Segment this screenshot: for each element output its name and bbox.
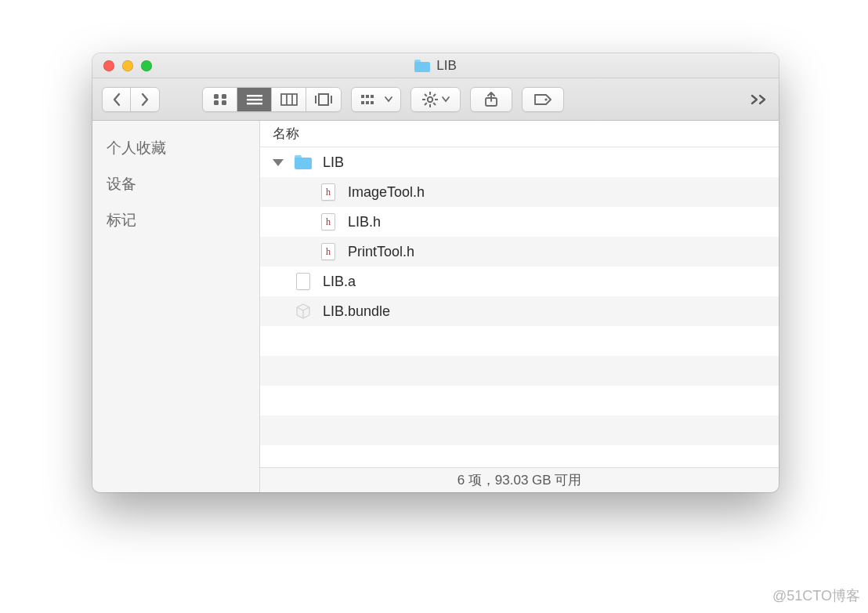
svg-rect-2 bbox=[214, 100, 219, 105]
share-button[interactable] bbox=[470, 87, 512, 112]
close-button[interactable] bbox=[103, 60, 114, 71]
list-row-folder[interactable]: LIB bbox=[260, 147, 779, 177]
view-icons-button[interactable] bbox=[203, 88, 237, 111]
sidebar-item-label: 标记 bbox=[107, 212, 136, 228]
svg-rect-17 bbox=[366, 101, 369, 104]
sidebar: 个人收藏 设备 标记 bbox=[92, 121, 260, 492]
svg-point-19 bbox=[427, 96, 432, 101]
svg-rect-15 bbox=[371, 95, 374, 98]
svg-line-25 bbox=[433, 103, 436, 105]
list-row-file[interactable]: PrintTool.h bbox=[260, 237, 779, 267]
disclosure-triangle-icon[interactable] bbox=[273, 159, 284, 166]
chevron-right-icon bbox=[140, 92, 150, 107]
content-pane: 名称 LIB ImageTool.h LIB.h bbox=[260, 121, 779, 492]
svg-rect-18 bbox=[371, 101, 374, 104]
svg-rect-11 bbox=[319, 94, 328, 105]
window-body: 个人收藏 设备 标记 名称 LIB ImageTool.h bbox=[92, 121, 779, 492]
svg-rect-6 bbox=[247, 103, 262, 104]
coverflow-icon bbox=[314, 93, 333, 106]
titlebar: LIB bbox=[92, 53, 779, 78]
empty-rows bbox=[260, 326, 779, 467]
chevron-down-icon bbox=[442, 96, 450, 103]
svg-rect-14 bbox=[366, 95, 369, 98]
svg-point-29 bbox=[544, 98, 547, 100]
file-name-label: LIB.bundle bbox=[323, 303, 390, 320]
list-row-file[interactable]: ImageTool.h bbox=[260, 177, 779, 207]
svg-rect-13 bbox=[361, 95, 364, 98]
file-name-label: LIB.h bbox=[348, 214, 381, 230]
finder-window: LIB bbox=[92, 53, 779, 492]
columns-icon bbox=[280, 93, 298, 106]
svg-rect-0 bbox=[214, 94, 219, 99]
tag-icon bbox=[533, 92, 553, 107]
header-file-icon bbox=[320, 213, 337, 230]
list-row-file[interactable]: LIB.bundle bbox=[260, 296, 779, 326]
svg-rect-5 bbox=[247, 99, 262, 100]
group-button[interactable] bbox=[351, 87, 401, 112]
share-icon bbox=[484, 92, 498, 107]
tag-button[interactable] bbox=[522, 87, 564, 112]
svg-rect-16 bbox=[361, 101, 364, 104]
window-controls bbox=[103, 60, 152, 71]
column-header-label: 名称 bbox=[273, 125, 299, 143]
file-name-label: PrintTool.h bbox=[348, 244, 414, 260]
view-columns-button[interactable] bbox=[272, 88, 306, 111]
minimize-button[interactable] bbox=[122, 60, 133, 71]
file-name-label: LIB.a bbox=[323, 274, 356, 290]
file-icon bbox=[295, 273, 312, 290]
folder-icon bbox=[414, 60, 430, 72]
list-icon bbox=[246, 93, 263, 106]
file-list: LIB ImageTool.h LIB.h PrintTool.h bbox=[260, 147, 779, 467]
column-header-name[interactable]: 名称 bbox=[260, 121, 779, 147]
toolbar bbox=[92, 78, 779, 121]
svg-line-24 bbox=[425, 94, 427, 96]
bundle-icon bbox=[295, 303, 312, 320]
status-bar: 6 项，93.03 GB 可用 bbox=[260, 467, 779, 492]
zoom-button[interactable] bbox=[141, 60, 152, 71]
status-text: 6 项，93.03 GB 可用 bbox=[458, 471, 582, 489]
sidebar-item-label: 个人收藏 bbox=[107, 140, 166, 156]
sidebar-item-favorites[interactable]: 个人收藏 bbox=[92, 130, 259, 166]
grid-icon bbox=[212, 93, 228, 106]
svg-rect-3 bbox=[222, 100, 226, 105]
nav-segment bbox=[102, 87, 160, 112]
folder-icon bbox=[295, 154, 312, 171]
view-segment bbox=[202, 87, 342, 112]
window-title-text: LIB bbox=[436, 58, 457, 74]
svg-rect-4 bbox=[247, 95, 262, 96]
chevron-down-icon bbox=[385, 96, 392, 103]
header-file-icon bbox=[320, 183, 337, 201]
sidebar-item-devices[interactable]: 设备 bbox=[92, 166, 259, 202]
list-row-file[interactable]: LIB.h bbox=[260, 207, 779, 237]
action-button[interactable] bbox=[410, 87, 461, 112]
window-title: LIB bbox=[92, 53, 779, 78]
more-toolbar-icon[interactable] bbox=[749, 94, 769, 105]
svg-line-26 bbox=[433, 94, 436, 96]
svg-rect-7 bbox=[281, 94, 297, 105]
sidebar-item-tags[interactable]: 标记 bbox=[92, 202, 259, 238]
sidebar-item-label: 设备 bbox=[107, 176, 136, 192]
watermark-text: @51CTO博客 bbox=[772, 586, 860, 605]
forward-button[interactable] bbox=[131, 88, 159, 111]
gear-icon bbox=[422, 92, 438, 107]
svg-line-27 bbox=[425, 103, 427, 105]
back-button[interactable] bbox=[103, 88, 131, 111]
svg-rect-1 bbox=[222, 94, 226, 99]
view-list-button[interactable] bbox=[237, 88, 272, 111]
file-name-label: ImageTool.h bbox=[348, 184, 425, 201]
list-row-file[interactable]: LIB.a bbox=[260, 267, 779, 296]
view-gallery-button[interactable] bbox=[306, 88, 341, 111]
header-file-icon bbox=[320, 243, 337, 260]
chevron-left-icon bbox=[112, 92, 121, 107]
file-name-label: LIB bbox=[323, 154, 344, 171]
group-icon bbox=[360, 93, 381, 106]
